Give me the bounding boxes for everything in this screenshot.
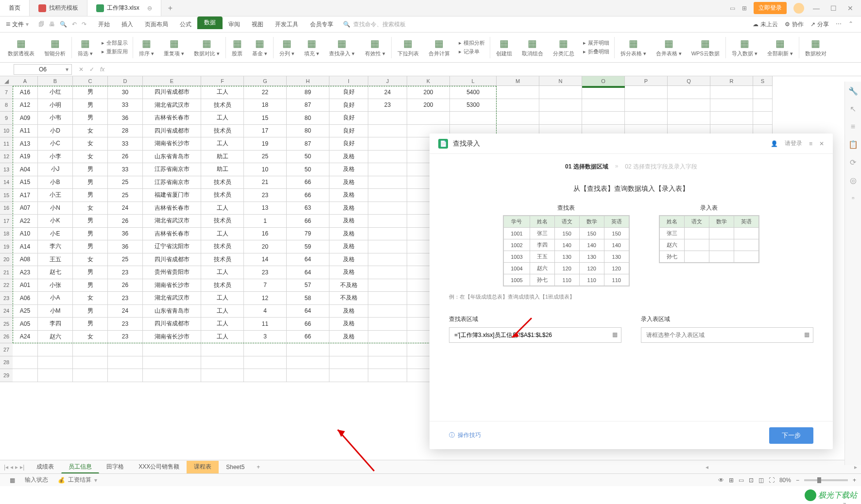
cell[interactable] [668, 86, 710, 99]
cell[interactable]: 王五 [38, 253, 73, 267]
cell[interactable] [244, 343, 287, 356]
search-command-input[interactable]: 查找命令、搜索模板 [353, 20, 406, 29]
menu-开发工具[interactable]: 开发工具 [269, 17, 304, 33]
cell[interactable]: 小B [38, 176, 73, 189]
cell[interactable] [368, 189, 407, 202]
ribbon-全部显示[interactable]: ▸全部显示 [102, 39, 128, 47]
cell[interactable]: 33 [108, 99, 143, 112]
cell[interactable] [625, 99, 668, 112]
cell[interactable]: A06 [13, 292, 38, 305]
cell[interactable]: 80 [287, 125, 329, 138]
panel-login-prompt[interactable]: 请登录 [785, 139, 802, 148]
cell[interactable]: 小N [38, 202, 73, 215]
row-header[interactable]: 15 [0, 189, 13, 202]
col-header-M[interactable]: M [497, 76, 539, 86]
ribbon-拆分表格[interactable]: ▦拆分表格 ▾ [616, 33, 651, 62]
cell[interactable] [287, 343, 329, 356]
cell[interactable]: 及格 [329, 215, 368, 228]
close-button[interactable]: ✕ [845, 4, 855, 12]
cell[interactable] [201, 343, 244, 356]
ribbon-股票[interactable]: ▦股票 [227, 33, 247, 62]
cell[interactable] [368, 292, 407, 305]
qa-preview-icon[interactable]: 🔍 [60, 21, 67, 28]
cell[interactable] [407, 112, 450, 125]
cell[interactable]: A19 [13, 151, 38, 164]
row-header[interactable]: 27 [0, 343, 13, 356]
ribbon-取消组合[interactable]: ▦取消组合 [517, 33, 548, 62]
cell[interactable]: A07 [13, 202, 38, 215]
cell[interactable] [497, 86, 539, 99]
cell[interactable]: 64 [287, 253, 329, 267]
col-header-K[interactable]: K [407, 76, 450, 86]
cell[interactable]: 女 [73, 292, 108, 305]
lookup-area-input[interactable] [449, 327, 621, 343]
tab-templates[interactable]: 找稻壳模板 [30, 0, 87, 16]
side-backup-icon[interactable]: ⟳ [850, 158, 856, 167]
sheet-nav-prev-icon[interactable]: ◂ [10, 464, 13, 470]
row-header[interactable]: 23 [0, 292, 13, 305]
cell[interactable]: 女 [73, 331, 108, 344]
ribbon-导入数据[interactable]: ▦导入数据 ▾ [727, 33, 762, 62]
cell[interactable]: 24 [108, 305, 143, 318]
cell[interactable]: 工人 [201, 202, 244, 215]
ribbon-分类汇总[interactable]: ▦分类汇总 [548, 33, 579, 62]
row-header[interactable]: 18 [0, 228, 13, 241]
cell[interactable] [753, 112, 773, 125]
ribbon-有效性[interactable]: ▦有效性 ▾ [360, 33, 390, 62]
panel-close-icon[interactable]: ✕ [819, 140, 824, 147]
cell[interactable]: 良好 [329, 125, 368, 138]
cell[interactable]: 79 [287, 228, 329, 241]
cell[interactable]: 14 [244, 253, 287, 267]
salary-button[interactable]: 💰工资结算▾ [53, 476, 102, 484]
cell[interactable]: A23 [13, 266, 38, 279]
cell[interactable]: A11 [13, 125, 38, 138]
cell[interactable]: 男 [73, 176, 108, 189]
menu-会员专享[interactable]: 会员专享 [304, 17, 339, 33]
row-header[interactable]: 17 [0, 215, 13, 228]
cell[interactable]: 小李 [38, 151, 73, 164]
tab-home[interactable]: 首页 [0, 0, 30, 16]
cell[interactable]: 24 [108, 202, 143, 215]
add-sheet-button[interactable]: + [252, 464, 265, 470]
collab-button[interactable]: ⚙协作 [785, 20, 804, 29]
cell[interactable] [108, 343, 143, 356]
layout-icon[interactable]: ▭ [730, 5, 735, 12]
cell[interactable]: 50 [287, 151, 329, 164]
cell[interactable]: 男 [73, 279, 108, 292]
row-header[interactable]: 21 [0, 266, 13, 279]
cell[interactable]: 200 [407, 99, 450, 112]
cell[interactable]: 李四 [38, 318, 73, 331]
col-header-D[interactable]: D [108, 76, 143, 86]
ribbon-记录单[interactable]: ▸记录单 [459, 48, 485, 55]
cell[interactable] [201, 356, 244, 370]
cell[interactable]: 技术员 [201, 279, 244, 292]
cell[interactable] [368, 356, 407, 370]
cell[interactable] [539, 86, 582, 99]
cell[interactable]: 工人 [201, 228, 244, 241]
cell[interactable]: 技术员 [201, 176, 244, 189]
cell[interactable]: 及格 [329, 305, 368, 318]
cell[interactable]: 25 [244, 151, 287, 164]
cell[interactable] [539, 112, 582, 125]
sheet-tab-课程表[interactable]: 课程表 [187, 461, 219, 473]
fullscreen-icon[interactable]: ⛶ [769, 477, 775, 484]
accept-formula-icon[interactable]: ✓ [89, 66, 94, 73]
cell[interactable] [497, 99, 539, 112]
cell[interactable]: A24 [13, 331, 38, 344]
cell[interactable] [368, 253, 407, 267]
col-header-H[interactable]: H [287, 76, 329, 86]
cell[interactable]: 23 [108, 331, 143, 344]
cell[interactable]: A17 [13, 189, 38, 202]
cell[interactable] [329, 369, 368, 382]
cell[interactable]: 女 [73, 125, 108, 138]
col-header-B[interactable]: B [38, 76, 73, 86]
cell[interactable] [368, 369, 407, 382]
zoom-value[interactable]: 80% [779, 477, 791, 484]
cell[interactable] [73, 369, 108, 382]
zoom-slider[interactable] [804, 479, 848, 481]
side-location-icon[interactable]: ◎ [850, 176, 857, 185]
cell[interactable]: 四川省成都市 [143, 125, 201, 138]
cloud-status[interactable]: ☁未上云 [753, 20, 778, 29]
cell[interactable]: 30 [108, 86, 143, 99]
cell[interactable]: 89 [287, 86, 329, 99]
